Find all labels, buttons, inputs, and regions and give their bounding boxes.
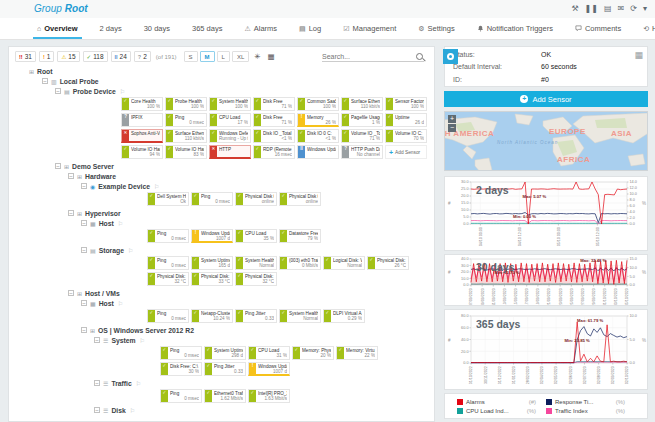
add-sensor-tile[interactable]: +Add Sensor (385, 145, 427, 159)
sensor-tile-physical-disk[interactable]: ✓Physical Disk: ...26 °C (367, 256, 409, 270)
tree-node-system[interactable]: −☰System⚐ (9, 335, 434, 345)
tree-node-example-device[interactable]: −◉Example Device⚐ (9, 181, 434, 191)
report-icon[interactable]: ▤ (604, 4, 612, 14)
tree-node-disk[interactable]: −☰Disk⚐ (9, 405, 434, 415)
collapse-toggle[interactable]: − (94, 407, 100, 413)
sensor-tile-dell-system-he[interactable]: ✓Dell System He...Ok (147, 192, 189, 206)
sensor-tile-logical-disk-v[interactable]: ✓Logical Disk: V...Normal (323, 256, 365, 270)
tree-node-probe-device[interactable]: −▤Probe Device⚐ (9, 86, 434, 96)
sensor-tile-core-health[interactable]: ✓Core Health100 % (121, 97, 163, 111)
status-count-down[interactable]: !!31 (15, 51, 36, 62)
sensor-tile-cpu-load[interactable]: ✓CPU Load17 % (209, 113, 251, 127)
status-count-paused[interactable]: II24 (111, 51, 131, 62)
tile-size-xl-button[interactable]: XL (232, 51, 249, 62)
tab-history[interactable]: ⟲History (632, 18, 655, 39)
sensor-tile-physical-disk-0[interactable]: ✓Physical Disk 0...online (279, 192, 321, 206)
sensor-tile-003-eth0-traf[interactable]: ✓(003) eth0 Traf...0 Mbit/s (279, 256, 321, 270)
collapse-toggle[interactable]: − (55, 163, 61, 169)
collapse-toggle[interactable]: − (42, 78, 48, 84)
sensor-tile-ping[interactable]: ✓Ping0 msec (147, 229, 189, 243)
collapse-toggle[interactable]: − (55, 88, 61, 94)
view-settings-icon[interactable]: ✳ (254, 52, 260, 61)
sensor-tile-volume-io-har[interactable]: ✓Volume IO Har...94 % (121, 145, 163, 159)
sensor-tile-rdp-remote[interactable]: ✓RDP (Remote ...16 msec (253, 145, 295, 159)
sensor-tile-memory[interactable]: !Memory26 % (297, 113, 339, 127)
sensor-tile-windows-upda[interactable]: IIWindows Upda... (297, 145, 339, 159)
sensor-tile-netapp-cluster[interactable]: ✓Netapp-Cluster...10.24 % (191, 309, 233, 323)
sensor-tile-system-health[interactable]: ✓System HealthNormal (235, 256, 277, 270)
status-count-warning[interactable]: ⚠15 (57, 51, 79, 62)
sensor-tile-physical-disk[interactable]: ✓Physical Disk: ...32 °C (147, 272, 189, 286)
status-count-up[interactable]: ✓118 (83, 51, 108, 62)
geo-map[interactable]: NORTH AMERICA EUROPE ASIA AFRICA North A… (444, 111, 648, 171)
sensor-tile-cpu-load[interactable]: ✓CPU Load31 % (248, 346, 290, 360)
tiles-view-icon[interactable]: ▦ (268, 52, 275, 61)
tab-log[interactable]: ▤Log (288, 18, 332, 39)
collapse-toggle[interactable]: − (94, 380, 100, 386)
sensor-tile-http[interactable]: ✕HTTP (209, 145, 251, 159)
sensor-tile-volume-io-har[interactable]: ✓Volume IO Har...83 % (165, 145, 207, 159)
collapse-toggle[interactable]: − (94, 337, 100, 343)
sensor-tile-ping[interactable]: ✓Ping0 msec (191, 192, 233, 206)
tree-node-storage[interactable]: −▤Storage⚐ (9, 245, 434, 255)
chart-365-days[interactable]: 0.020.040.060.080.00.05.010.0#%31/10/202… (444, 309, 648, 390)
map-zoom-in-button[interactable]: + (448, 115, 456, 123)
collapse-toggle[interactable]: − (81, 300, 87, 306)
sensor-tile-windows-upda[interactable]: !Windows Upda...1007 d (248, 362, 290, 376)
sensor-tile-physical-disk-0[interactable]: ✓Physical Disk 0...online (235, 192, 277, 206)
sensor-tile-dlpi-virtual-a[interactable]: ✓DLPI Virtual A...0.29 % (323, 309, 365, 323)
sensor-tile-sensor-factory[interactable]: ✓Sensor Factory100 % (385, 97, 427, 111)
tree-node-demo-server[interactable]: −⊞Demo Server (9, 161, 434, 171)
sensor-tile-disk-free[interactable]: ✓Disk Free71 % (253, 113, 295, 127)
sensor-tile-windows-defe[interactable]: ✓Windows Defe...Running - Up to D... (209, 129, 251, 143)
sensor-tile-pagefile-usage[interactable]: ✓Pagefile Usage1 % (341, 113, 383, 127)
collapse-toggle[interactable]: − (68, 290, 74, 296)
add-sensor-button[interactable]: + Add Sensor (444, 91, 648, 107)
chart-30-days[interactable]: 0.010.020.030.040.00.05.010.015.0#%07/09… (444, 254, 648, 306)
sensor-tile-ping-jitter[interactable]: ✓Ping Jitter0.33 (235, 309, 277, 323)
sensor-tile-memory-physi[interactable]: ✓Memory: Physi...20 % (292, 346, 334, 360)
sensor-tile-ping[interactable]: ✓Ping0 msec (147, 256, 189, 270)
sensor-tile-uptime[interactable]: ✓Uptime26 d (385, 113, 427, 127)
sensor-tile-physical-disk[interactable]: ✓Physical Disk: ...32 °C (235, 272, 277, 286)
tree-node-traffic[interactable]: −☰Traffic⚐ (9, 378, 434, 388)
tree-node-hypervisor[interactable]: −⊞Hypervisor (9, 208, 434, 218)
sensor-tile-ping[interactable]: ✓Ping0 msec (147, 309, 189, 323)
sensor-tile-ping-jitter[interactable]: ✓Ping Jitter0.33 (204, 362, 246, 376)
tree-node-os-windows-server-2012-r2[interactable]: −⊞OS | Windows Server 2012 R2 (9, 325, 434, 335)
sensor-tile-system-health[interactable]: ✓System HealthNormal (279, 309, 321, 323)
status-count-unknown[interactable]: ?2 (134, 51, 151, 62)
sensor-tile-sophos-anti-vi[interactable]: ✕Sophos Anti-Vi... (121, 129, 163, 143)
tab-settings[interactable]: ⚙Settings (407, 18, 465, 39)
collapse-toggle[interactable]: − (81, 220, 87, 226)
email-icon[interactable]: ✉ (618, 4, 625, 14)
chart-2-days[interactable]: 0.05.010.015.020.025.030.00.02.04.06.08.… (444, 176, 648, 251)
sensor-tile-system-uptime[interactable]: ✓System Uptime165 d (191, 256, 233, 270)
tree-node-hardware[interactable]: −⊞Hardware (9, 171, 434, 181)
tab-30-days[interactable]: 30 days (133, 18, 181, 39)
tree-node-root[interactable]: ⊞Root (9, 66, 434, 76)
caret-down-icon[interactable]: ▾ (643, 4, 647, 14)
sensor-tile-memory-virtu[interactable]: ✓Memory: Virtu...22 % (336, 346, 378, 360)
search-icon[interactable] (416, 53, 423, 60)
collapse-toggle[interactable]: − (81, 327, 87, 333)
sensor-tile-windows-upda[interactable]: !Windows Upda...1007 d (191, 229, 233, 243)
tile-size-l-button[interactable]: L (217, 51, 230, 62)
wrench-icon[interactable]: ⚒ (571, 4, 578, 14)
sensor-tile-volume-io-to[interactable]: ✓Volume IO _To...71 % (341, 129, 383, 143)
sensor-tile-ping[interactable]: ✓Ping0 msec (160, 389, 202, 403)
tree-node-host[interactable]: −▦Host⚐ (9, 218, 434, 228)
sensor-tile-ping[interactable]: ✓Ping0 msec (165, 113, 207, 127)
tree-node-host[interactable]: −▦Host⚐ (9, 298, 434, 308)
tile-size-s-button[interactable]: S (184, 51, 198, 62)
sensor-tile-http-push-da[interactable]: ?HTTP Push Da...No channel (341, 145, 383, 159)
sensor-tile-surface-ethern[interactable]: ✓Surface Ethern...110 kbit/s (165, 129, 207, 143)
collapse-toggle[interactable]: − (68, 173, 74, 179)
pause-icon[interactable]: ❚❚ (585, 4, 598, 14)
tree-node-local-probe[interactable]: −▥Local Probe (9, 76, 434, 86)
tree-node-host-vms[interactable]: −⊞Host / VMs (9, 288, 434, 298)
collapse-toggle[interactable]: − (68, 210, 74, 216)
sensor-tile-common-saas[interactable]: ✓Common SaaS...100 % (297, 97, 339, 111)
refresh-icon[interactable]: ⟳ (630, 4, 637, 14)
sensor-tile-physical-disk[interactable]: ✓Physical Disk: ...33 °C (191, 272, 233, 286)
